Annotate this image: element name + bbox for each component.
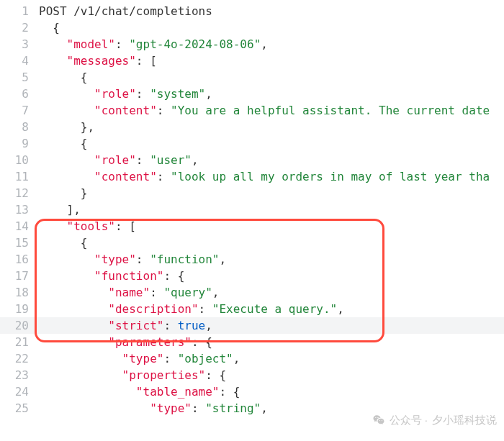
code-content: POST /v1/chat/completions xyxy=(39,3,504,19)
token-pun: : { xyxy=(219,385,240,399)
token-key: "strict" xyxy=(108,319,163,332)
token-txt xyxy=(39,87,94,101)
token-kw: true xyxy=(178,319,206,332)
token-pun: { xyxy=(81,236,88,250)
token-key: "table_name" xyxy=(136,385,220,399)
line-number: 23 xyxy=(0,367,39,383)
token-str: "function" xyxy=(150,253,219,266)
line-number: 11 xyxy=(0,168,39,185)
line-number: 17 xyxy=(0,268,39,284)
token-pun: : xyxy=(192,401,205,415)
code-line: 3 "model": "gpt-4o-2024-08-06", xyxy=(0,36,504,53)
token-txt xyxy=(39,236,81,250)
token-pun: : xyxy=(136,87,150,101)
token-pun: , xyxy=(261,37,268,51)
code-content: "tools": [ xyxy=(39,218,504,235)
code-content: "strict": true, xyxy=(39,317,504,334)
token-pun: , xyxy=(205,319,212,332)
token-key: "name" xyxy=(108,286,150,299)
token-pun: , xyxy=(205,87,212,101)
code-line: 24 "table_name": { xyxy=(0,383,504,400)
token-pun: , xyxy=(233,352,240,365)
code-line: 10 "role": "user", xyxy=(0,152,504,168)
token-txt xyxy=(39,368,122,382)
token-key: "model" xyxy=(67,37,115,51)
token-pun: , xyxy=(337,302,344,316)
code-line: 9 { xyxy=(0,135,504,152)
code-content: "content": "You are a helpful assistant.… xyxy=(39,102,504,119)
token-txt xyxy=(39,286,108,299)
token-key: "description" xyxy=(108,302,198,316)
token-key: "messages" xyxy=(67,54,136,68)
code-content: "model": "gpt-4o-2024-08-06", xyxy=(39,36,504,53)
token-pun: : { xyxy=(205,368,226,382)
token-txt xyxy=(39,335,108,349)
token-pun: : xyxy=(163,319,177,332)
code-line: 17 "function": { xyxy=(0,268,504,284)
token-txt xyxy=(39,302,108,316)
code-content: "description": "Execute a query.", xyxy=(39,301,504,317)
code-content: "table_name": { xyxy=(39,383,504,400)
code-line: 18 "name": "query", xyxy=(0,284,504,301)
line-number: 13 xyxy=(0,201,39,218)
token-key: "type" xyxy=(150,401,192,415)
token-pun: : { xyxy=(192,335,212,349)
token-str: "You are a helpful assistant. The curren… xyxy=(171,104,490,117)
code-content: { xyxy=(39,135,504,152)
line-number: 12 xyxy=(0,185,39,201)
code-content: }, xyxy=(39,119,504,135)
line-number: 3 xyxy=(0,36,39,53)
code-content: { xyxy=(39,235,504,251)
token-key: "type" xyxy=(94,253,136,266)
token-pun: , xyxy=(219,253,226,266)
code-line: 13 ], xyxy=(0,201,504,218)
code-content: "role": "system", xyxy=(39,86,504,102)
code-line: 4 "messages": [ xyxy=(0,53,504,69)
code-line: 14 "tools": [ xyxy=(0,218,504,235)
token-txt xyxy=(39,319,108,332)
token-txt xyxy=(39,104,94,117)
token-pun: }, xyxy=(81,120,94,134)
code-line: 5 { xyxy=(0,69,504,86)
code-content: "content": "look up all my orders in may… xyxy=(39,168,504,185)
line-number: 6 xyxy=(0,86,39,102)
line-number: 21 xyxy=(0,334,39,350)
code-content: ], xyxy=(39,201,504,218)
line-number: 8 xyxy=(0,119,39,135)
token-pun: : xyxy=(157,104,171,117)
line-number: 20 xyxy=(0,317,39,334)
token-key: "parameters" xyxy=(108,335,192,349)
token-key: "tools" xyxy=(67,219,115,233)
token-pun: : [ xyxy=(115,219,136,233)
token-pun: : xyxy=(136,153,150,167)
code-content: "type": "string", xyxy=(39,400,504,417)
code-content: "role": "user", xyxy=(39,152,504,168)
line-number: 2 xyxy=(0,19,39,36)
code-line: 19 "description": "Execute a query.", xyxy=(0,301,504,317)
code-content: } xyxy=(39,185,504,201)
line-number: 18 xyxy=(0,284,39,301)
token-pun: : xyxy=(115,37,129,51)
line-number: 9 xyxy=(0,135,39,152)
line-number: 7 xyxy=(0,102,39,119)
code-line: 16 "type": "function", xyxy=(0,251,504,268)
token-pun: { xyxy=(53,21,60,35)
code-line: 12 } xyxy=(0,185,504,201)
token-txt xyxy=(39,153,94,167)
code-content: { xyxy=(39,19,504,36)
code-content: "parameters": { xyxy=(39,334,504,350)
line-number: 4 xyxy=(0,53,39,69)
code-content: "function": { xyxy=(39,268,504,284)
token-txt: POST /v1/chat/completions xyxy=(39,4,212,18)
token-pun: , xyxy=(212,286,220,299)
line-number: 15 xyxy=(0,235,39,251)
code-line: 7 "content": "You are a helpful assistan… xyxy=(0,102,504,119)
token-txt xyxy=(39,186,81,200)
token-pun: : xyxy=(163,352,177,365)
token-txt xyxy=(39,71,81,84)
token-str: "look up all my orders in may of last ye… xyxy=(171,170,490,183)
code-content: "messages": [ xyxy=(39,53,504,69)
token-txt xyxy=(39,203,67,217)
token-str: "query" xyxy=(163,286,212,299)
token-key: "content" xyxy=(94,104,157,117)
